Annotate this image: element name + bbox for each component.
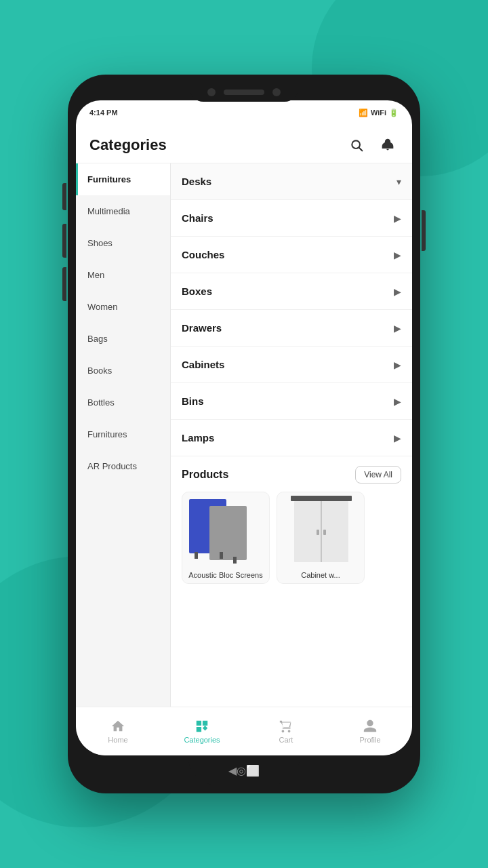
category-bins[interactable]: Bins ▶	[171, 383, 412, 420]
category-sidebar: Furnitures Multimedia Shoes Men Women Ba…	[76, 163, 171, 707]
products-grid: Acoustic Bloc Screens	[182, 492, 401, 584]
search-button[interactable]	[346, 134, 367, 156]
sidebar-item-bottles[interactable]: Bottles	[76, 387, 170, 418]
product-image-2	[277, 492, 365, 567]
sidebar-item-shoes[interactable]: Shoes	[76, 227, 170, 259]
volume-down-button	[62, 267, 66, 301]
chevron-right-icon: ▶	[394, 359, 401, 370]
chevron-down-icon: ▾	[396, 176, 401, 187]
chevron-right-icon: ▶	[394, 213, 401, 224]
sidebar-item-bags[interactable]: Bags	[76, 323, 170, 355]
status-time: 4:14 PM	[89, 108, 118, 117]
power-button	[422, 210, 426, 251]
chevron-right-icon: ▶	[394, 396, 401, 407]
header-actions	[346, 134, 399, 156]
svg-rect-6	[233, 557, 237, 564]
home-button[interactable]: ◎	[237, 764, 246, 777]
battery-icon: 🔋	[389, 108, 399, 117]
system-nav-bar: ◀ ◎ ⬜	[188, 755, 300, 785]
sidebar-item-men[interactable]: Men	[76, 259, 170, 291]
phone-frame: 4:14 PM 📶 WiFi 🔋 Categories	[68, 75, 420, 793]
category-cabinets[interactable]: Cabinets ▶	[171, 347, 412, 383]
face-id	[272, 88, 281, 96]
wifi-icon: WiFi	[371, 108, 386, 117]
category-chairs[interactable]: Chairs ▶	[171, 200, 412, 237]
view-all-button[interactable]: View All	[355, 466, 401, 484]
bottom-navigation: Home Categories Cart Profile	[76, 707, 412, 755]
header: Categories	[76, 125, 412, 163]
category-desks[interactable]: Desks ▾	[171, 163, 412, 200]
sidebar-item-furnitures-1[interactable]: Furnitures	[76, 163, 170, 195]
notch	[190, 83, 298, 102]
products-header: Products View All	[182, 466, 401, 484]
sidebar-item-furnitures-2[interactable]: Furnitures	[76, 418, 170, 450]
nav-categories[interactable]: Categories	[182, 719, 222, 744]
screen: Categories Furnit	[76, 125, 412, 755]
product-name-1: Acoustic Bloc Screens	[182, 567, 269, 583]
notification-button[interactable]	[377, 134, 399, 156]
nav-profile[interactable]: Profile	[350, 719, 390, 744]
category-lamps[interactable]: Lamps ▶	[171, 420, 412, 456]
category-couches[interactable]: Couches ▶	[171, 237, 412, 273]
sidebar-item-multimedia[interactable]: Multimedia	[76, 195, 170, 227]
svg-rect-11	[323, 530, 326, 535]
svg-rect-10	[317, 530, 319, 535]
signal-icon: 📶	[359, 108, 368, 117]
status-bar: 4:14 PM 📶 WiFi 🔋	[76, 100, 412, 125]
page-title: Categories	[89, 136, 167, 154]
products-title: Products	[182, 469, 228, 481]
svg-rect-4	[195, 552, 198, 559]
category-drawers[interactable]: Drawers ▶	[171, 310, 412, 347]
chevron-right-icon: ▶	[394, 433, 401, 443]
chevron-right-icon: ▶	[394, 323, 401, 334]
svg-rect-7	[291, 496, 352, 501]
main-content: Furnitures Multimedia Shoes Men Women Ba…	[76, 163, 412, 707]
product-name-2: Cabinet w...	[277, 567, 364, 583]
sidebar-item-ar-products[interactable]: AR Products	[76, 450, 170, 482]
sidebar-item-books[interactable]: Books	[76, 355, 170, 387]
nav-home[interactable]: Home	[98, 719, 138, 744]
products-section: Products View All	[171, 456, 412, 589]
chevron-right-icon: ▶	[394, 286, 401, 297]
svg-line-1	[359, 148, 363, 151]
sidebar-item-women[interactable]: Women	[76, 291, 170, 323]
recents-button[interactable]: ⬜	[246, 764, 260, 777]
mute-button	[62, 183, 66, 210]
svg-rect-3	[209, 506, 247, 560]
nav-cart[interactable]: Cart	[266, 719, 306, 744]
product-card-2[interactable]: Cabinet w...	[277, 492, 365, 584]
volume-up-button	[62, 224, 66, 258]
category-list: Desks ▾ Chairs ▶ Couches ▶ Boxes ▶	[171, 163, 412, 707]
product-card-1[interactable]: Acoustic Bloc Screens	[182, 492, 270, 584]
product-image-1	[182, 492, 270, 567]
chevron-right-icon: ▶	[394, 250, 401, 260]
front-camera	[207, 88, 216, 96]
speaker	[224, 90, 264, 95]
category-boxes[interactable]: Boxes ▶	[171, 273, 412, 310]
back-button[interactable]: ◀	[228, 764, 237, 777]
svg-rect-5	[220, 552, 223, 559]
